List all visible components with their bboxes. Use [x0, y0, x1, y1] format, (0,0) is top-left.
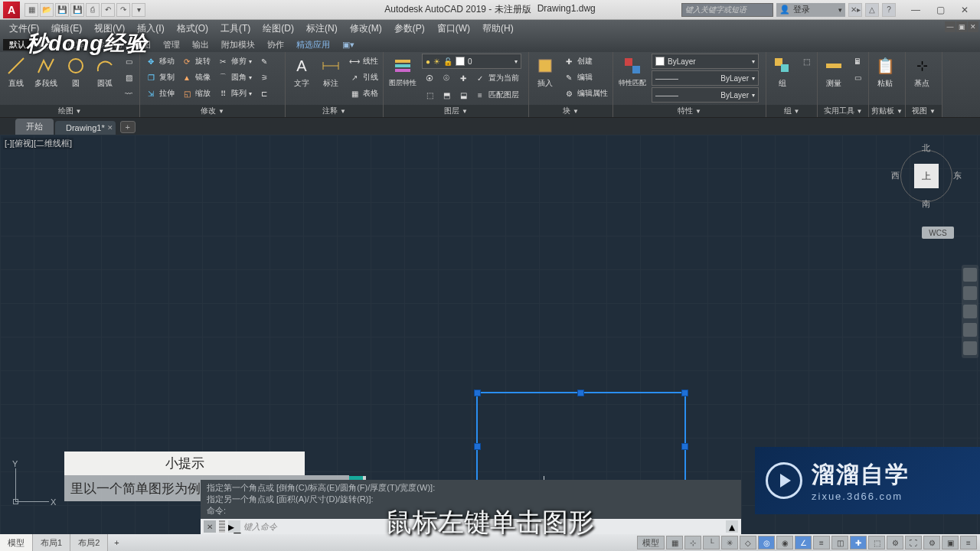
viewcube-top-face[interactable]: 上	[914, 164, 939, 188]
status-full-icon[interactable]: ▣	[942, 536, 959, 549]
menu-window[interactable]: 窗口(W)	[431, 20, 476, 37]
select-icon[interactable]: ▭	[850, 70, 865, 85]
status-model-toggle[interactable]: 模型	[637, 536, 665, 549]
favorite-icon[interactable]: △	[865, 3, 879, 17]
stretch-button[interactable]: ⇲拉伸	[143, 86, 176, 101]
new-tab-button[interactable]: +	[120, 121, 136, 133]
tab-collaborate[interactable]: 协作	[261, 39, 290, 51]
linear-dim-button[interactable]: ⟷线性	[347, 54, 380, 69]
nav-orbit-icon[interactable]	[963, 323, 977, 337]
cmd-grip-icon[interactable]	[219, 520, 225, 533]
match-properties-button[interactable]: 特性匹配	[616, 54, 648, 90]
layer-tool6-icon[interactable]: ⬓	[456, 87, 471, 103]
layer-tool-icon[interactable]: ⦿	[422, 70, 437, 86]
tab-addins[interactable]: 附加模块	[215, 39, 261, 51]
color-dropdown[interactable]: ByLayer▾	[652, 54, 759, 69]
layer-properties-button[interactable]: 图层特性	[387, 54, 419, 90]
status-ws-icon[interactable]: ⚙	[923, 536, 940, 549]
spline-icon[interactable]: 〰	[121, 86, 136, 101]
close-tab-icon[interactable]: ✕	[107, 124, 113, 132]
layout-add-button[interactable]: +	[108, 534, 125, 551]
tab-manage[interactable]: 管理	[157, 39, 186, 51]
status-ortho-icon[interactable]: └	[703, 536, 720, 549]
layout-2[interactable]: 布局2	[70, 534, 108, 551]
lineweight-dropdown[interactable]: ———ByLayer▾	[652, 70, 759, 86]
hatch-icon[interactable]: ▨	[121, 70, 136, 85]
move-button[interactable]: ✥移动	[143, 54, 176, 69]
mirror-button[interactable]: ▲镜像	[179, 70, 212, 85]
table-button[interactable]: ▦表格	[347, 86, 380, 101]
offset-icon[interactable]: ⊏	[256, 86, 272, 101]
status-dyn-icon[interactable]: ✚	[850, 536, 867, 549]
layout-model[interactable]: 模型	[0, 534, 33, 551]
status-osnap-icon[interactable]: ◎	[758, 536, 775, 549]
menu-help[interactable]: 帮助(H)	[476, 20, 520, 37]
dimension-button[interactable]: 标注	[318, 54, 344, 90]
ungroup-icon[interactable]: ⬚	[799, 54, 814, 69]
paste-button[interactable]: 📋粘贴	[872, 54, 898, 90]
nav-zoom-icon[interactable]	[963, 305, 977, 318]
line-button[interactable]: 直线	[3, 54, 29, 90]
nav-wheel-icon[interactable]	[963, 268, 977, 282]
layer-tool5-icon[interactable]: ⬒	[439, 87, 454, 103]
basepoint-button[interactable]: ⊹基点	[909, 54, 935, 90]
qat-undo-icon[interactable]: ↶	[101, 3, 115, 17]
measure-button[interactable]: 测量	[821, 54, 847, 90]
app-logo[interactable]: A	[3, 2, 20, 18]
leader-button[interactable]: ↗引线	[347, 70, 380, 85]
cmd-recent-icon[interactable]: ▴	[726, 520, 738, 533]
status-3dosnap-icon[interactable]: ◉	[776, 536, 793, 549]
circle-button[interactable]: 圆	[63, 54, 89, 90]
scale-button[interactable]: ◱缩放	[179, 86, 212, 101]
doc-minimize-button[interactable]: —	[945, 21, 956, 32]
menu-tools[interactable]: 工具(T)	[214, 20, 256, 37]
qat-more-icon[interactable]: ▾	[132, 3, 145, 17]
tab-output[interactable]: 输出	[186, 39, 215, 51]
view-cube[interactable]: 上 北 南 东 西	[896, 145, 957, 207]
viewport-label[interactable]: [-][俯视][二维线框]	[3, 138, 74, 149]
arc-button[interactable]: 圆弧	[92, 54, 118, 90]
menu-dimension[interactable]: 标注(N)	[300, 20, 344, 37]
rotate-button[interactable]: ⟳旋转	[179, 54, 212, 69]
cmd-close-icon[interactable]: ✕	[204, 520, 216, 533]
login-button[interactable]: 👤 登录 ▾	[776, 3, 845, 17]
qat-redo-icon[interactable]: ↷	[116, 3, 130, 17]
qat-open-icon[interactable]: 📂	[40, 3, 54, 17]
status-polar-icon[interactable]: ✳	[721, 536, 738, 549]
grip-top-mid[interactable]	[577, 390, 584, 396]
layout-1[interactable]: 布局1	[33, 534, 70, 551]
help-icon[interactable]: ?	[882, 3, 896, 17]
close-button[interactable]: ✕	[952, 2, 977, 18]
insert-block-button[interactable]: 插入	[532, 54, 558, 90]
tab-expand-icon[interactable]: ▣▾	[336, 40, 361, 50]
matchlayer-button[interactable]: ≡匹配图层	[472, 87, 521, 103]
status-qp-icon[interactable]: ⚙	[887, 536, 903, 549]
status-sel-icon[interactable]: ⬚	[868, 536, 885, 549]
status-grid-icon[interactable]: ▦	[666, 536, 683, 549]
doc-close-button[interactable]: ✕	[968, 21, 978, 32]
maximize-button[interactable]: ▢	[928, 2, 952, 18]
status-custom-icon[interactable]: ≡	[960, 536, 977, 549]
status-tpy-icon[interactable]: ◫	[831, 536, 848, 549]
tab-drawing1[interactable]: Drawing1*✕	[55, 121, 116, 135]
linetype-dropdown[interactable]: ———ByLayer▾	[652, 87, 759, 103]
qat-new-icon[interactable]: ▦	[24, 3, 38, 17]
tab-start[interactable]: 开始	[15, 119, 54, 135]
copy-button[interactable]: ❐复制	[143, 70, 176, 85]
qat-saveas-icon[interactable]: 💾	[70, 3, 84, 17]
editattr-button[interactable]: ⚙编辑属性	[561, 86, 609, 101]
doc-restore-button[interactable]: ▣	[956, 21, 967, 32]
trim-button[interactable]: ✂修剪▾	[215, 54, 253, 69]
minimize-button[interactable]: —	[903, 2, 928, 18]
status-snap-icon[interactable]: ⊹	[684, 536, 701, 549]
layer-tool2-icon[interactable]: ⦾	[439, 70, 454, 86]
status-lwt-icon[interactable]: ≡	[813, 536, 830, 549]
text-button[interactable]: A文字	[289, 54, 315, 90]
layer-dropdown[interactable]: ● ☀ 🔓 0 ▾	[422, 54, 521, 69]
layer-tool3-icon[interactable]: ✚	[456, 70, 471, 86]
nav-pan-icon[interactable]	[963, 286, 977, 300]
command-input[interactable]: 键入命令	[243, 521, 277, 533]
grip-top-right[interactable]	[681, 390, 688, 396]
grip-top-left[interactable]	[474, 390, 481, 396]
explode-icon[interactable]: ⚞	[256, 70, 272, 85]
